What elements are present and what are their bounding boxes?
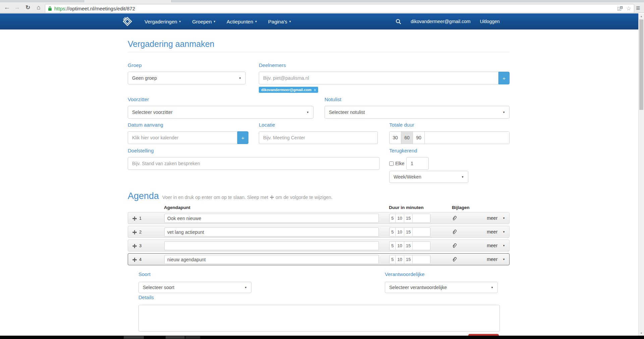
meer-dropdown[interactable]: meer▼ (487, 226, 505, 238)
duur-30-button[interactable]: 30 (390, 132, 401, 144)
duur-5-button[interactable]: 5 (390, 214, 396, 222)
scrollbar-thumb[interactable] (639, 19, 643, 110)
nav-groepen[interactable]: Groepen▾ (192, 19, 215, 24)
row-number: 1 (139, 216, 141, 221)
nav-actiepunten-label: Actiepunten (227, 19, 253, 24)
interval-unit-select[interactable]: Week/Weken ▼ (389, 171, 468, 183)
caret-down-icon: ▼ (503, 111, 505, 114)
remove-tag-icon[interactable]: x (314, 88, 316, 92)
nav-vergaderingen[interactable]: Vergaderingen▾ (144, 19, 181, 24)
caret-down-icon: ▼ (306, 111, 309, 114)
notulist-select[interactable]: Selecteer notulist ▼ (325, 106, 510, 119)
bookmark-star-icon[interactable]: ☆ (626, 5, 631, 12)
duur-group: 5 10 15 (389, 241, 430, 250)
duur-5-button[interactable]: 5 (390, 255, 396, 264)
duur-custom-input[interactable] (425, 132, 509, 144)
browser-active-tab[interactable] (84, 0, 172, 2)
nav-actiepunten[interactable]: Actiepunten▾ (227, 19, 257, 24)
duur-custom-input[interactable] (413, 214, 430, 222)
optimeet-logo-icon[interactable] (122, 16, 132, 26)
duur-15-button[interactable]: 15 (404, 214, 413, 222)
agenda-row: 3 5 10 15 meer▼ (128, 240, 510, 252)
paperclip-icon[interactable] (452, 215, 457, 222)
notulist-label: Notulist (325, 96, 341, 102)
user-email[interactable]: dikovandermeer@gmail.com (411, 19, 470, 24)
meer-dropdown[interactable]: meer▼ (487, 254, 505, 265)
agenda-instructions-after: om de volgorde te wijzigen. (276, 195, 333, 200)
meer-dropdown[interactable]: meer▼ (487, 240, 505, 251)
drag-handle-icon[interactable] (132, 244, 137, 250)
nav-paginas[interactable]: Pagina's▾ (268, 19, 291, 24)
duur-60-button[interactable]: 60 (401, 132, 413, 144)
open-kalender-button[interactable]: + (237, 131, 248, 144)
browser-menu-icon[interactable]: ≡ (636, 4, 640, 12)
url-bar[interactable]: https://optimeet.nl/meetings/edit/872 Aa… (45, 4, 634, 13)
taskbar-edge (0, 336, 644, 339)
deelnemer-tag[interactable]: dikovandermeer@gmail.com x (259, 87, 318, 93)
refresh-icon[interactable]: ↻ (23, 2, 32, 12)
duur-5-button[interactable]: 5 (390, 228, 396, 236)
move-icon (270, 195, 274, 199)
totale-duur-label: Totale duur (389, 122, 414, 128)
paperclip-icon[interactable] (452, 257, 457, 264)
details-textarea[interactable] (138, 305, 500, 332)
drag-handle-icon[interactable] (132, 230, 137, 236)
agendapunt-input[interactable] (164, 214, 379, 223)
duur-90-button[interactable]: 90 (413, 132, 425, 144)
drag-handle-icon[interactable] (132, 216, 137, 222)
add-deelnemer-button[interactable]: + (499, 72, 510, 84)
datum-aanvang-label: Datum aanvang (128, 122, 163, 128)
duur-15-button[interactable]: 15 (404, 242, 413, 250)
locatie-input[interactable] (259, 131, 378, 144)
paperclip-icon[interactable] (452, 229, 457, 236)
duur-5-button[interactable]: 5 (390, 242, 396, 250)
totale-duur-group: 30 60 90 (389, 131, 510, 144)
soort-select[interactable]: Selecteer soort ▼ (138, 282, 251, 293)
agenda-row-active: 4 5 10 15 meer▼ (128, 253, 510, 265)
duur-10-button[interactable]: 10 (396, 255, 404, 264)
translate-icon[interactable]: Aa (618, 6, 623, 11)
caret-down-icon: ▼ (503, 244, 505, 247)
duur-10-button[interactable]: 10 (396, 242, 404, 250)
row-number: 3 (139, 243, 141, 248)
drag-handle-icon[interactable] (132, 257, 137, 263)
column-agendapunt: Agendapunt (164, 205, 190, 210)
verantwoordelijke-select-value: Selecteer verantwoordelijke (389, 285, 447, 290)
forward-icon[interactable]: → (13, 2, 21, 12)
duur-10-button[interactable]: 10 (396, 228, 404, 236)
back-icon[interactable]: ← (3, 2, 11, 12)
logout-link[interactable]: Uitloggen (480, 19, 500, 24)
duur-custom-input[interactable] (413, 255, 430, 264)
scroll-up-icon[interactable]: ▲ (639, 13, 644, 19)
duur-15-button[interactable]: 15 (404, 228, 413, 236)
agendapunt-input[interactable] (164, 255, 379, 264)
nav-vergaderingen-label: Vergaderingen (144, 19, 177, 24)
scroll-down-icon[interactable]: ▼ (639, 330, 644, 336)
deelnemers-input[interactable] (259, 72, 499, 84)
caret-down-icon: ▼ (461, 176, 464, 179)
agenda-heading: Agenda (128, 191, 159, 201)
duur-custom-input[interactable] (413, 242, 430, 250)
doelstelling-label: Doelstelling (128, 148, 154, 153)
taskbar-segment (124, 336, 144, 339)
verantwoordelijke-select[interactable]: Selecteer verantwoordelijke ▼ (385, 282, 498, 293)
meer-dropdown[interactable]: meer▼ (487, 212, 505, 224)
search-icon[interactable] (396, 19, 401, 24)
taskbar-segment (166, 336, 185, 339)
datum-aanvang-input[interactable] (128, 131, 237, 144)
duur-10-button[interactable]: 10 (396, 214, 404, 222)
browser-tabstrip (0, 0, 644, 2)
duur-15-button[interactable]: 15 (404, 255, 413, 264)
groep-select[interactable]: Geen groep ▼ (128, 72, 246, 84)
elke-checkbox[interactable] (389, 161, 394, 166)
scrollbar[interactable]: ▲ ▼ (638, 13, 644, 336)
interval-input[interactable] (406, 157, 429, 170)
agendapunt-input[interactable] (164, 227, 379, 236)
home-icon[interactable]: ⌂ (34, 2, 43, 12)
doelstelling-input[interactable] (128, 157, 379, 170)
agendapunt-input[interactable] (164, 241, 379, 250)
voorzitter-select[interactable]: Selecteer voorzitter ▼ (128, 106, 313, 119)
duur-custom-input[interactable] (413, 228, 430, 236)
paperclip-icon[interactable] (452, 243, 457, 250)
verantwoordelijke-label: Verantwoordelijke (385, 271, 424, 277)
